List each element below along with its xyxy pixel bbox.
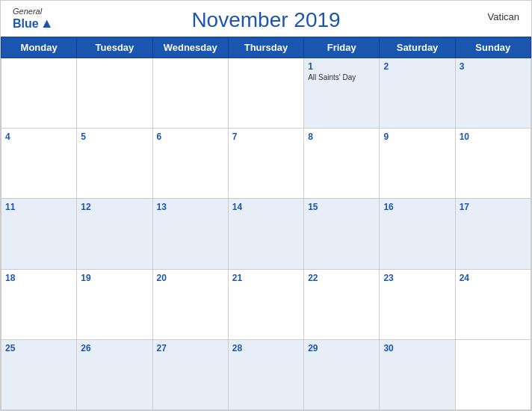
day-number: 25 [5, 343, 72, 353]
day-number: 3 [460, 61, 527, 72]
calendar-day-cell: 28 [228, 339, 303, 410]
calendar-day-cell: 16 [380, 199, 455, 269]
day-number: 7 [232, 132, 300, 142]
day-number: 21 [232, 273, 300, 283]
calendar-day-cell: 4 [1, 129, 77, 199]
calendar-day-cell: 13 [152, 199, 228, 269]
logo-area: General Blue ▲ [13, 7, 54, 31]
calendar-table: Monday Tuesday Wednesday Thursday Friday… [1, 37, 531, 410]
month-title: November 2019 [191, 8, 340, 32]
day-number: 27 [157, 343, 224, 353]
calendar-day-cell: 20 [152, 269, 228, 339]
header-tuesday: Tuesday [77, 37, 152, 58]
day-number: 24 [460, 273, 527, 283]
day-number: 22 [308, 273, 375, 283]
calendar-day-cell: 30 [380, 339, 455, 410]
calendar-wrapper: General Blue ▲ November 2019 Vatican Mon… [0, 0, 532, 411]
calendar-day-cell [455, 339, 531, 410]
calendar-day-cell [228, 58, 303, 129]
day-number: 23 [383, 273, 451, 283]
day-number: 18 [5, 273, 72, 283]
calendar-week-row: 1All Saints' Day23 [1, 58, 531, 129]
calendar-week-row: 18192021222324 [1, 269, 531, 339]
logo-bird-icon: ▲ [40, 16, 54, 31]
day-number: 8 [308, 132, 375, 142]
day-number: 10 [460, 132, 527, 142]
day-number: 9 [383, 132, 451, 142]
header-saturday: Saturday [380, 37, 455, 58]
calendar-day-cell: 21 [228, 269, 303, 339]
calendar-day-cell: 26 [77, 339, 152, 410]
day-number: 29 [308, 343, 375, 353]
calendar-header: General Blue ▲ November 2019 Vatican [1, 1, 531, 37]
day-number: 16 [383, 202, 451, 212]
header-sunday: Sunday [455, 37, 531, 58]
logo-general: General Blue ▲ [13, 7, 54, 31]
calendar-day-cell: 19 [77, 269, 152, 339]
calendar-week-row: 11121314151617 [1, 199, 531, 269]
header-thursday: Thursday [228, 37, 303, 58]
header-monday: Monday [1, 37, 77, 58]
day-number: 5 [81, 132, 148, 142]
calendar-day-cell: 23 [380, 269, 455, 339]
header-wednesday: Wednesday [152, 37, 228, 58]
calendar-day-cell: 27 [152, 339, 228, 410]
day-number: 14 [232, 202, 300, 212]
day-number: 4 [5, 132, 72, 142]
weekday-header-row: Monday Tuesday Wednesday Thursday Friday… [1, 37, 531, 58]
calendar-day-cell: 14 [228, 199, 303, 269]
day-number: 1 [308, 61, 375, 72]
calendar-day-cell: 22 [304, 269, 380, 339]
day-number: 13 [157, 202, 224, 212]
calendar-day-cell: 17 [455, 199, 531, 269]
day-number: 2 [383, 61, 451, 72]
calendar-day-cell: 12 [77, 199, 152, 269]
calendar-day-cell: 25 [1, 339, 77, 410]
day-number: 11 [5, 202, 72, 212]
calendar-day-cell: 9 [380, 129, 455, 199]
calendar-day-cell: 7 [228, 129, 303, 199]
calendar-body: 1All Saints' Day234567891011121314151617… [1, 58, 531, 410]
calendar-day-cell: 8 [304, 129, 380, 199]
calendar-day-cell: 3 [455, 58, 531, 129]
calendar-day-cell [152, 58, 228, 129]
day-number: 19 [81, 273, 148, 283]
calendar-week-row: 45678910 [1, 129, 531, 199]
calendar-day-cell: 6 [152, 129, 228, 199]
day-number: 17 [460, 202, 527, 212]
day-number: 12 [81, 202, 148, 212]
calendar-day-cell: 11 [1, 199, 77, 269]
day-number: 20 [157, 273, 224, 283]
calendar-week-row: 252627282930 [1, 339, 531, 410]
calendar-day-cell: 2 [380, 58, 455, 129]
calendar-day-cell [77, 58, 152, 129]
logo-blue-text: Blue [13, 17, 39, 31]
calendar-day-cell: 1All Saints' Day [304, 58, 380, 129]
calendar-day-cell: 10 [455, 129, 531, 199]
calendar-day-cell: 15 [304, 199, 380, 269]
day-number: 30 [383, 343, 451, 353]
calendar-day-cell: 24 [455, 269, 531, 339]
day-event: All Saints' Day [308, 73, 375, 81]
day-number: 26 [81, 343, 148, 353]
day-number: 28 [232, 343, 300, 353]
header-friday: Friday [304, 37, 380, 58]
calendar-day-cell: 18 [1, 269, 77, 339]
day-number: 6 [157, 132, 224, 142]
calendar-day-cell: 5 [77, 129, 152, 199]
day-number: 15 [308, 202, 375, 212]
logo-general-text: General [13, 7, 42, 16]
country-label: Vatican [488, 11, 519, 22]
calendar-day-cell [1, 58, 77, 129]
calendar-day-cell: 29 [304, 339, 380, 410]
